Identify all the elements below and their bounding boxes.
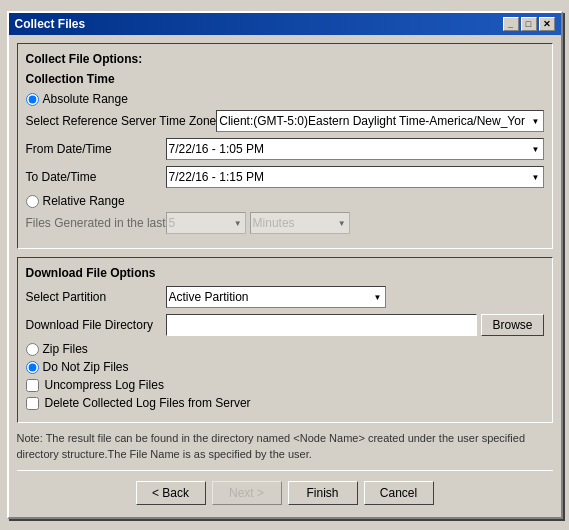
finish-button[interactable]: Finish: [288, 481, 358, 505]
files-generated-select-wrapper: 5: [166, 212, 246, 234]
delete-log-checkbox[interactable]: [26, 397, 39, 410]
collect-file-options-title: Collect File Options:: [26, 52, 544, 66]
absolute-range-row: Absolute Range: [26, 92, 544, 106]
partition-select[interactable]: Active Partition: [166, 286, 386, 308]
to-date-select[interactable]: 7/22/16 - 1:15 PM: [166, 166, 544, 188]
delete-log-row: Delete Collected Log Files from Server: [26, 396, 544, 410]
zip-files-row: Zip Files: [26, 342, 544, 356]
window-content: Collect File Options: Collection Time Ab…: [9, 35, 561, 517]
next-button[interactable]: Next >: [212, 481, 282, 505]
uncompress-log-label[interactable]: Uncompress Log Files: [45, 378, 164, 392]
from-date-select-wrapper: 7/22/16 - 1:05 PM: [166, 138, 544, 160]
cancel-button[interactable]: Cancel: [364, 481, 434, 505]
download-dir-row: Download File Directory ble\Desktop\TAC\…: [26, 314, 544, 336]
to-date-select-wrapper: 7/22/16 - 1:15 PM: [166, 166, 544, 188]
uncompress-log-row: Uncompress Log Files: [26, 378, 544, 392]
uncompress-log-checkbox[interactable]: [26, 379, 39, 392]
zip-files-label[interactable]: Zip Files: [43, 342, 183, 356]
collect-files-window: Collect Files _ □ ✕ Collect File Options…: [7, 11, 563, 519]
time-unit-select[interactable]: Minutes: [250, 212, 350, 234]
absolute-range-label[interactable]: Absolute Range: [43, 92, 183, 106]
do-not-zip-label[interactable]: Do Not Zip Files: [43, 360, 183, 374]
files-generated-select[interactable]: 5: [166, 212, 246, 234]
from-date-label: From Date/Time: [26, 142, 166, 156]
download-file-options-title: Download File Options: [26, 266, 544, 280]
partition-select-wrapper: Active Partition: [166, 286, 386, 308]
zip-files-radio[interactable]: [26, 343, 39, 356]
select-partition-row: Select Partition Active Partition: [26, 286, 544, 308]
title-bar: Collect Files _ □ ✕: [9, 13, 561, 35]
timezone-select-wrapper: Client:(GMT-5:0)Eastern Daylight Time-Am…: [216, 110, 543, 132]
close-button[interactable]: ✕: [539, 17, 555, 31]
do-not-zip-row: Do Not Zip Files: [26, 360, 544, 374]
files-generated-row: Files Generated in the last 5 Minutes: [26, 212, 544, 234]
button-row: < Back Next > Finish Cancel: [17, 477, 553, 509]
note-text: Note: The result file can be found in th…: [17, 431, 553, 462]
maximize-button[interactable]: □: [521, 17, 537, 31]
timezone-select[interactable]: Client:(GMT-5:0)Eastern Daylight Time-Am…: [216, 110, 543, 132]
time-unit-select-wrapper: Minutes: [250, 212, 350, 234]
download-dir-input[interactable]: ble\Desktop\TAC\07222016_106_PM_callrec_…: [166, 314, 478, 336]
timezone-label: Select Reference Server Time Zone: [26, 114, 217, 128]
to-date-row: To Date/Time 7/22/16 - 1:15 PM: [26, 166, 544, 188]
relative-range-radio[interactable]: [26, 195, 39, 208]
separator: [17, 470, 553, 471]
title-bar-buttons: _ □ ✕: [503, 17, 555, 31]
select-partition-label: Select Partition: [26, 290, 166, 304]
timezone-row: Select Reference Server Time Zone Client…: [26, 110, 544, 132]
download-dir-label: Download File Directory: [26, 318, 166, 332]
window-title: Collect Files: [15, 17, 86, 31]
relative-range-label[interactable]: Relative Range: [43, 194, 183, 208]
relative-range-row: Relative Range: [26, 194, 544, 208]
absolute-range-radio[interactable]: [26, 93, 39, 106]
files-generated-label: Files Generated in the last: [26, 216, 166, 230]
do-not-zip-radio[interactable]: [26, 361, 39, 374]
browse-button[interactable]: Browse: [481, 314, 543, 336]
back-button[interactable]: < Back: [136, 481, 206, 505]
from-date-select[interactable]: 7/22/16 - 1:05 PM: [166, 138, 544, 160]
from-date-row: From Date/Time 7/22/16 - 1:05 PM: [26, 138, 544, 160]
to-date-label: To Date/Time: [26, 170, 166, 184]
delete-log-label[interactable]: Delete Collected Log Files from Server: [45, 396, 251, 410]
collect-file-options-section: Collect File Options: Collection Time Ab…: [17, 43, 553, 249]
download-file-options-section: Download File Options Select Partition A…: [17, 257, 553, 423]
collection-time-title: Collection Time: [26, 72, 544, 86]
minimize-button[interactable]: _: [503, 17, 519, 31]
